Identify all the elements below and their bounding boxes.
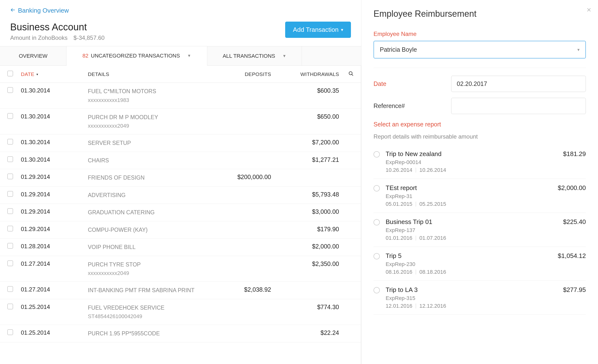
select-all-checkbox[interactable] [7,71,13,76]
report-amount: $277.95 [563,286,586,294]
table-row[interactable]: 01.25.2014 FUEL VREDEHOEK SERVICE ST4854… [0,299,361,325]
row-details: SERVER SETUP [88,139,203,147]
row-date: 01.29.2014 [21,191,88,198]
table-row[interactable]: 01.29.2014 FRIENDS OF DESIGN $200,000.00 [0,169,361,187]
back-link-label: Banking Overview [18,7,69,14]
row-checkbox[interactable] [7,113,13,119]
row-checkbox[interactable] [7,329,13,335]
row-details: CHAIRS [88,156,203,165]
row-details: COMPU-POWER (KAY) [88,226,203,234]
row-checkbox[interactable] [7,139,13,145]
row-date: 01.29.2014 [21,208,88,215]
row-checkbox[interactable] [7,286,13,292]
row-checkbox[interactable] [7,87,13,93]
row-withdrawal: $2,350.00 [271,260,339,267]
employee-name-label: Employee Name [374,31,586,37]
col-header-details[interactable]: DETAILS [88,71,203,77]
row-checkbox[interactable] [7,260,13,266]
row-deposit: $200,000.00 [203,174,271,181]
report-code: ExpRep-230 [386,261,586,267]
employee-name-select[interactable]: Patricia Boyle ▾ [374,41,586,58]
table-row[interactable]: 01.25.2014 PURCH 1.95 PP*5955CODE $22.24 [0,325,361,342]
search-icon[interactable] [339,71,354,77]
report-radio[interactable] [374,219,380,225]
page-title: Business Account [10,22,105,33]
side-panel: × Employee Reimbursement Employee Name P… [361,0,598,364]
row-checkbox[interactable] [7,243,13,249]
report-title: Trip to LA 3 [386,286,418,294]
chevron-down-icon[interactable]: ▼ [187,54,191,58]
col-header-withdrawals[interactable]: WITHDRAWALS [271,71,339,77]
report-title: Business Trip 01 [386,218,432,226]
close-icon[interactable]: × [587,5,591,14]
report-code: ExpRep-315 [386,295,586,301]
row-withdrawal: $2,000.00 [271,243,339,250]
caret-down-icon: ▾ [341,27,343,33]
expense-report-item[interactable]: Trip to LA 3 $277.95 ExpRep-315 12.01.20… [374,281,586,315]
table-row[interactable]: 01.30.2014 CHAIRS $1,277.21 [0,152,361,169]
expense-report-item[interactable]: Trip to New zealand $181.29 ExpRep-00014… [374,145,586,179]
tab-uncategorized[interactable]: 82 UNCATEGORIZED TRANSACTIONS ▼ [66,46,207,66]
table-row[interactable]: 01.29.2014 ADVERTISING $5,793.48 [0,187,361,204]
row-checkbox[interactable] [7,156,13,162]
report-radio[interactable] [374,253,380,259]
row-deposit: $2,038.92 [203,286,271,293]
report-title: Trip 5 [386,252,402,260]
table-header: DATE ▾ DETAILS DEPOSITS WITHDRAWALS [0,66,361,83]
report-radio[interactable] [374,287,380,293]
expense-report-item[interactable]: Business Trip 01 $225.40 ExpRep-137 01.0… [374,213,586,247]
report-radio[interactable] [374,151,380,157]
table-row[interactable]: 01.28.2014 VOIP PHONE BILL $2,000.00 [0,239,361,256]
col-header-date[interactable]: DATE ▾ [21,71,88,77]
tab-overview[interactable]: OVERVIEW [0,46,66,66]
row-withdrawal: $7,200.00 [271,139,339,146]
report-dates: 12.01.201612.12.2016 [386,303,586,309]
table-row[interactable]: 01.30.2014 SERVER SETUP $7,200.00 [0,134,361,152]
row-checkbox[interactable] [7,174,13,179]
sort-caret-icon: ▾ [36,72,38,76]
row-details: PURCH 1.95 PP*5955CODE [88,329,203,338]
table-row[interactable]: 01.30.2014 FUEL C*MILTON MOTORS xxxxxxxx… [0,83,361,109]
table-row[interactable]: 01.27.2014 PURCH TYRE STOP xxxxxxxxxxx20… [0,256,361,282]
row-details: FRIENDS OF DESIGN [88,174,203,182]
table-row[interactable]: 01.27.2014 INT-BANKING PMT FRM SABRINA P… [0,282,361,299]
panel-title: Employee Reimbursement [374,9,586,19]
arrow-left-icon [10,7,16,14]
table-row[interactable]: 01.29.2014 GRADUATION CATERING $3,000.00 [0,204,361,221]
row-date: 01.28.2014 [21,243,88,250]
col-header-deposits[interactable]: DEPOSITS [203,71,271,77]
reference-input[interactable] [451,98,586,114]
report-code: ExpRep-137 [386,227,586,233]
chevron-down-icon[interactable]: ▼ [282,54,286,58]
row-withdrawal: $600.35 [271,87,339,94]
back-link[interactable]: Banking Overview [0,0,361,19]
table-row[interactable]: 01.30.2014 PURCH DR M P MOODLEY xxxxxxxx… [0,109,361,135]
row-checkbox[interactable] [7,191,13,197]
row-withdrawal: $1,277.21 [271,156,339,163]
row-withdrawal: $3,000.00 [271,208,339,215]
chevron-down-icon: ▾ [577,47,580,52]
report-radio[interactable] [374,185,380,191]
divider [374,68,586,68]
row-date: 01.25.2014 [21,304,88,310]
row-checkbox[interactable] [7,208,13,214]
date-input[interactable] [451,76,586,92]
row-details: PURCH DR M P MOODLEY xxxxxxxxxxx2049 [88,113,203,130]
expense-report-item[interactable]: TEst report $2,000.00 ExpRep-31 05.01.20… [374,179,586,213]
report-dates: 08.16.201608.18.2016 [386,269,586,275]
report-dates: 10.26.201410.26.2014 [386,167,586,173]
expense-report-item[interactable]: Trip 5 $1,054.12 ExpRep-230 08.16.201608… [374,247,586,281]
row-checkbox[interactable] [7,304,13,309]
row-checkbox[interactable] [7,226,13,232]
table-row[interactable]: 01.29.2014 COMPU-POWER (KAY) $179.90 [0,221,361,239]
select-report-label: Select an expense report [374,121,586,128]
row-withdrawal: $774.30 [271,304,339,311]
report-amount: $2,000.00 [558,184,586,192]
row-details: PURCH TYRE STOP xxxxxxxxxxx2049 [88,260,203,277]
tab-all-transactions[interactable]: ALL TRANSACTIONS ▼ [207,46,302,66]
report-hint: Report details with reimbursable amount [374,133,586,140]
row-details: VOIP PHONE BILL [88,243,203,251]
row-date: 01.30.2014 [21,113,88,120]
row-details: FUEL C*MILTON MOTORS xxxxxxxxxxx1983 [88,87,203,104]
add-transaction-button[interactable]: Add Transaction ▾ [285,22,351,38]
